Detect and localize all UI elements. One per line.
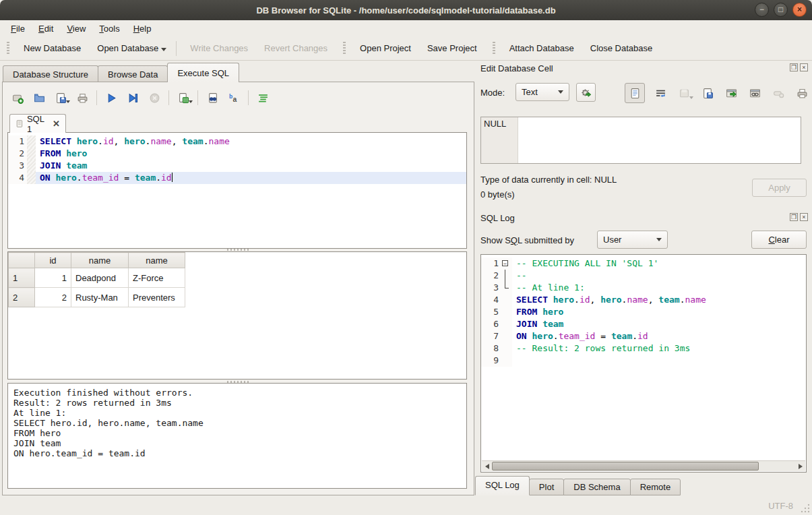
code-text: -- At line 1: [512, 282, 806, 294]
find-button[interactable] [203, 89, 222, 107]
save-as-icon [702, 88, 714, 99]
table-cell[interactable]: Rusty-Man [71, 288, 129, 307]
resize-grip[interactable] [801, 504, 810, 513]
menu-help[interactable]: Help [127, 22, 158, 36]
tab-execute-sql[interactable]: Execute SQL [167, 63, 239, 82]
menu-file[interactable]: File [4, 22, 32, 36]
splitter-handle[interactable] [227, 249, 250, 251]
dock-tab-db-schema[interactable]: DB Schema [563, 479, 630, 495]
save-project-button[interactable]: Save Project [417, 40, 483, 56]
close-icon[interactable]: × [792, 3, 807, 17]
row-header[interactable]: 1 [9, 268, 35, 288]
open-sql-file-button[interactable] [30, 89, 49, 107]
toolbar-drag-handle[interactable] [7, 42, 9, 55]
word-wrap-button[interactable] [652, 85, 668, 101]
scrollbar-track[interactable] [492, 462, 795, 471]
scroll-right-icon[interactable] [795, 461, 805, 471]
code-text: SELECT hero.id, hero.name, team.name [36, 135, 466, 148]
auto-switch-mode-button[interactable] [576, 83, 596, 102]
dock-tab-plot[interactable]: Plot [529, 479, 564, 495]
fold-margin [501, 318, 512, 330]
open-database-button[interactable]: Open Database [87, 40, 173, 56]
maximize-icon[interactable]: □ [774, 3, 788, 17]
format-sql-button[interactable] [253, 89, 272, 107]
log-filter-label: Show SQL submitted by [480, 235, 574, 245]
corner-header[interactable] [9, 253, 35, 268]
tab-browse-data[interactable]: Browse Data [98, 65, 168, 82]
cell-editor-content[interactable] [518, 117, 801, 163]
code-text: ON hero.team_id = team.id [512, 330, 806, 342]
close-sql-tab-icon[interactable]: ✕ [53, 119, 60, 129]
fold-margin [27, 160, 36, 172]
sql-code-editor[interactable]: 1SELECT hero.id, hero.name, team.name2FR… [7, 132, 467, 249]
title-bar[interactable]: DB Browser for SQLite - /home/user/code/… [0, 0, 812, 21]
sql-file-tab[interactable]: SQL 1 ✕ [9, 114, 66, 133]
right-dock: Edit Database Cell ❐ × Mode: Text [475, 61, 812, 496]
clear-log-button[interactable]: Clear [751, 231, 807, 249]
execution-message-area[interactable]: Execution finished without errors. Resul… [7, 383, 467, 489]
table-cell[interactable]: 1 [35, 268, 71, 288]
new-database-button[interactable]: New Database [13, 40, 87, 56]
print-cell-button[interactable] [794, 85, 810, 101]
table-cell[interactable]: Deadpond [71, 268, 129, 288]
new-sql-tab-button[interactable] [8, 89, 27, 107]
dock-tab-remote[interactable]: Remote [630, 479, 681, 495]
close-panel-icon[interactable]: × [800, 63, 808, 71]
float-panel-icon[interactable]: ❐ [790, 213, 798, 221]
code-text: SELECT hero.id, hero.name, team.name [512, 294, 806, 306]
toolbar-drag-handle[interactable] [343, 42, 346, 55]
mode-value: Text [522, 87, 538, 97]
open-project-button[interactable]: Open Project [350, 40, 417, 56]
close-panel-icon[interactable]: × [800, 213, 808, 221]
menu-tools[interactable]: Tools [92, 22, 126, 36]
code-text: -- [512, 270, 806, 282]
export-results-button[interactable] [174, 89, 193, 107]
save-dropdown-icon[interactable] [66, 100, 70, 103]
execute-current-line-button[interactable] [123, 89, 142, 107]
tab-database-structure[interactable]: Database Structure [3, 65, 98, 82]
code-line: 1−-- EXECUTING ALL IN 'SQL 1' [481, 258, 806, 270]
horizontal-scrollbar[interactable] [482, 460, 805, 471]
execute-all-button[interactable] [102, 89, 121, 107]
minimize-icon[interactable]: − [755, 3, 769, 17]
sql-log-view[interactable]: 1−-- EXECUTING ALL IN 'SQL 1'2--3-- At l… [480, 254, 807, 473]
print-button[interactable] [73, 89, 92, 107]
print-icon [77, 92, 88, 104]
fold-collapse-icon[interactable]: − [502, 260, 508, 266]
open-in-external-button[interactable] [723, 85, 739, 101]
auto-complete-button[interactable]: ba [224, 89, 243, 107]
menu-view[interactable]: View [60, 22, 92, 36]
column-header[interactable]: name [129, 253, 185, 268]
scrollbar-thumb[interactable] [492, 462, 759, 471]
table-cell[interactable]: Z-Force [129, 268, 185, 288]
column-header[interactable]: name [71, 253, 129, 268]
menu-edit[interactable]: Edit [32, 22, 60, 36]
table-cell[interactable]: 2 [35, 288, 71, 307]
export-data-button[interactable] [699, 85, 716, 101]
fold-margin [501, 342, 512, 355]
export-dropdown-icon[interactable] [189, 100, 193, 103]
column-header[interactable]: id [35, 253, 71, 268]
scroll-left-icon[interactable] [482, 461, 492, 471]
log-filter-select[interactable]: User [597, 231, 668, 249]
open-database-dropdown-icon[interactable] [161, 48, 166, 51]
toolbar-drag-handle[interactable] [493, 42, 495, 55]
mode-select[interactable]: Text [516, 83, 569, 101]
fold-margin[interactable]: − [501, 258, 512, 270]
close-database-button[interactable]: Close Database [580, 40, 659, 56]
save-sql-file-button[interactable] [51, 89, 70, 107]
table-cell[interactable]: Preventers [129, 288, 185, 307]
find-icon [207, 92, 218, 104]
copy-link-button[interactable] [747, 85, 763, 101]
float-panel-icon[interactable]: ❐ [790, 63, 798, 71]
line-number: 5 [481, 306, 501, 318]
dock-tab-sql-log[interactable]: SQL Log [475, 476, 530, 495]
svg-text:a: a [232, 96, 237, 103]
cell-editor-gutter: NULL [481, 117, 518, 163]
attach-database-button[interactable]: Attach Database [499, 40, 580, 56]
row-header[interactable]: 2 [9, 288, 35, 307]
line-number: 1 [8, 135, 27, 148]
edit-cell-title: Edit Database Cell [480, 63, 553, 73]
cell-editor[interactable]: NULL [480, 117, 801, 164]
text-view-button[interactable] [625, 83, 645, 103]
